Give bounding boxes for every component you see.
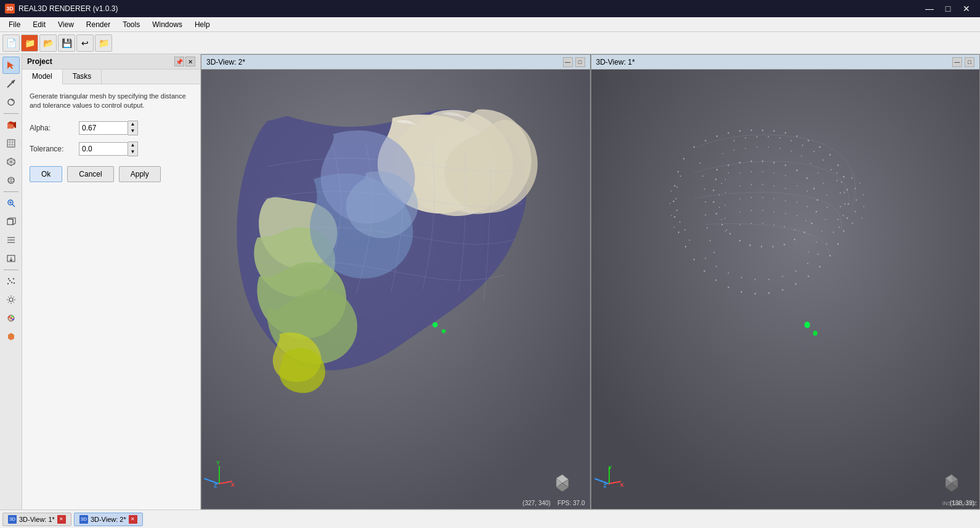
cancel-button[interactable]: Cancel [67, 166, 113, 182]
panel-pin-button[interactable]: 📌 [174, 57, 184, 66]
svg-point-37 [9, 298, 13, 302]
taskbar-item-view2[interactable]: 3D 3D-View: 2* ✕ [74, 513, 143, 526]
svg-point-90 [715, 279, 716, 281]
tool-palette[interactable] [2, 310, 20, 327]
taskbar-close-view1[interactable]: ✕ [57, 515, 66, 524]
viewport-right[interactable]: 3D-View: 1* — □ [591, 54, 981, 510]
button-row: Ok Cancel Apply [30, 166, 193, 182]
project-panel: Project 📌 ✕ Model Tasks Generate triangu… [22, 54, 201, 510]
svg-point-139 [790, 140, 792, 141]
tool-cube[interactable] [2, 116, 20, 134]
tool-sun[interactable] [2, 291, 20, 308]
menu-tools[interactable]: Tools [116, 17, 146, 31]
dental-model-right-svg [591, 70, 980, 509]
svg-point-119 [739, 240, 740, 242]
toolbar-save[interactable]: 💾 [58, 34, 75, 52]
tool-box[interactable] [2, 213, 20, 230]
toolbar-open[interactable]: 📁 [21, 34, 38, 52]
tab-tasks[interactable]: Tasks [63, 70, 102, 84]
viewport-right-btns: — □ [952, 57, 974, 67]
tool-zoom[interactable] [2, 194, 20, 212]
menu-render[interactable]: Render [80, 17, 116, 31]
menu-file[interactable]: File [2, 17, 26, 31]
svg-point-231 [785, 213, 785, 214]
navcube-right-svg [936, 466, 967, 497]
toolbar-folder[interactable]: 📁 [95, 34, 112, 52]
viewports-row: 3D-View: 2* — □ [201, 54, 980, 510]
viewport-left-header: 3D-View: 2* — □ [201, 55, 590, 70]
minimize-button[interactable]: — [921, 0, 938, 17]
viewport-left-maximize[interactable]: □ [575, 57, 585, 67]
svg-point-160 [722, 153, 723, 154]
tool-sphere[interactable] [2, 172, 20, 189]
svg-point-238 [784, 226, 784, 227]
svg-point-122 [715, 213, 716, 215]
tool-view3d[interactable] [2, 153, 20, 170]
svg-point-73 [829, 154, 830, 156]
tab-model[interactable]: Model [22, 70, 63, 84]
svg-point-218 [796, 185, 797, 186]
tool-import[interactable] [2, 250, 20, 267]
svg-line-45 [13, 297, 14, 298]
viewport-left[interactable]: 3D-View: 2* — □ [201, 54, 591, 510]
svg-point-3 [8, 99, 14, 105]
alpha-spin-up[interactable]: ▲ [128, 121, 137, 128]
svg-point-188 [851, 177, 852, 178]
tool-hexagon[interactable] [2, 328, 20, 345]
tolerance-spin-up[interactable]: ▲ [128, 142, 137, 149]
close-button[interactable]: ✕ [958, 0, 975, 17]
svg-point-190 [856, 199, 857, 201]
alpha-spin-down[interactable]: ▼ [128, 128, 137, 135]
apply-button[interactable]: Apply [119, 166, 161, 182]
svg-point-87 [754, 293, 755, 295]
svg-point-174 [821, 231, 822, 232]
toolbar-new[interactable]: 📄 [2, 34, 20, 52]
svg-point-196 [861, 218, 862, 219]
svg-point-176 [808, 251, 809, 252]
viewport-right-maximize[interactable]: □ [965, 57, 974, 67]
panel-close-button[interactable]: ✕ [185, 57, 195, 66]
menu-bar: File Edit View Render Tools Windows Help [0, 17, 980, 32]
svg-point-236 [762, 223, 763, 224]
toolbar-undo[interactable]: ↩ [76, 34, 94, 52]
viewport-right-minimize[interactable]: — [952, 57, 962, 67]
y-axis-label: Y [216, 460, 220, 466]
tool-layers[interactable] [2, 231, 20, 249]
svg-point-132 [709, 240, 710, 241]
svg-point-86 [768, 292, 769, 294]
menu-view[interactable]: View [52, 17, 80, 31]
svg-point-116 [772, 246, 773, 247]
ok-button[interactable]: Ok [30, 166, 62, 182]
viewport-left-minimize[interactable]: — [563, 57, 573, 67]
tolerance-spin-down[interactable]: ▼ [128, 149, 137, 156]
svg-point-77 [848, 203, 849, 205]
svg-point-145 [840, 193, 841, 194]
svg-point-202 [684, 229, 686, 230]
menu-help[interactable]: Help [188, 17, 216, 31]
app-title: REAL3D RENDERER (v1.0.3) [18, 4, 118, 13]
svg-point-163 [756, 146, 757, 148]
toolbar-open2[interactable]: 📂 [39, 34, 57, 52]
tool-select[interactable] [2, 57, 20, 74]
viewport-left-fps: FPS: 37.0 [557, 500, 585, 506]
svg-point-91 [703, 270, 705, 272]
x-axis [219, 481, 232, 484]
tools-sidebar [0, 54, 22, 510]
alpha-input[interactable] [79, 121, 128, 135]
tool-arrow[interactable] [2, 75, 20, 92]
svg-point-33 [10, 282, 12, 283]
svg-point-213 [739, 185, 740, 186]
taskbar-close-view2[interactable]: ✕ [129, 515, 137, 524]
tool-scatter[interactable] [2, 273, 20, 290]
menu-edit[interactable]: Edit [26, 17, 52, 31]
viewport-left-btns: — □ [563, 57, 585, 67]
svg-point-144 [836, 180, 837, 182]
maximize-button[interactable]: □ [939, 0, 957, 17]
svg-point-147 [837, 219, 838, 220]
tool-mesh[interactable] [2, 135, 20, 152]
tolerance-input[interactable] [79, 142, 128, 156]
tool-rotate[interactable] [2, 94, 20, 111]
svg-point-156 [740, 277, 742, 278]
taskbar-item-view1[interactable]: 3D 3D-View: 1* ✕ [2, 513, 71, 526]
menu-windows[interactable]: Windows [146, 17, 188, 31]
